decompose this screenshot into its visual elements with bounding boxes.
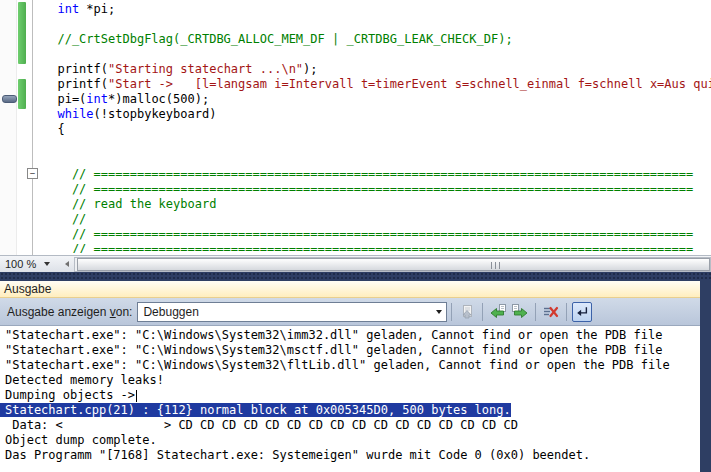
chevron-down-icon (44, 262, 50, 266)
output-line[interactable]: "Statechart.exe": "C:\Windows\System32\f… (0, 358, 700, 373)
code-line[interactable]: // read the keyboard (43, 197, 711, 212)
code-line[interactable]: while(!stopbykeyboard) (43, 107, 711, 122)
code-line[interactable] (43, 17, 711, 32)
code-line[interactable] (43, 152, 711, 167)
output-text-area[interactable]: "Statechart.exe": "C:\Windows\System32\i… (0, 326, 700, 472)
clear-all-icon (543, 304, 559, 320)
code-line[interactable]: int *pi; (43, 2, 711, 17)
code-line[interactable]: // (43, 212, 711, 227)
output-panel-title: Ausgabe (4, 282, 51, 296)
code-editor[interactable]: − int *pi; //_CrtSetDbgFlag(_CRTDBG_ALLO… (0, 0, 711, 255)
editor-zoom-dropdown[interactable]: 100 % (0, 256, 60, 272)
code-line[interactable]: printf("Start -> [l=langsam i=Intervall … (43, 77, 711, 92)
output-line[interactable]: "Statechart.exe": "C:\Windows\System32\m… (0, 343, 700, 358)
scroll-left-button[interactable] (60, 256, 74, 272)
dropdown-button[interactable] (431, 310, 446, 314)
output-source-dropdown[interactable]: Debuggen (137, 302, 447, 322)
code-line[interactable]: printf("Starting statechart ...\n"); (43, 62, 711, 77)
collapse-region-icon[interactable]: − (27, 168, 38, 179)
text-caret (136, 390, 137, 402)
toolbar-separator (451, 303, 452, 321)
code-line[interactable] (43, 47, 711, 62)
editor-zoom-value: 100 % (5, 258, 36, 270)
output-line[interactable]: Das Programm "[7168] Statechart.exe: Sys… (0, 448, 700, 463)
output-line[interactable]: Dumping objects -> (0, 388, 700, 403)
toggle-word-wrap-button[interactable] (572, 302, 592, 322)
output-panel-header: Ausgabe (0, 281, 700, 298)
toolbar-separator (535, 303, 536, 321)
code-line[interactable]: pi=(int*)malloc(500); (43, 92, 711, 107)
next-message-button[interactable] (510, 302, 530, 322)
code-line[interactable]: //_CrtSetDbgFlag(_CRTDBG_ALLOC_MEM_DF | … (43, 32, 711, 47)
code-line[interactable]: // =====================================… (43, 227, 711, 242)
chevron-down-icon (436, 310, 442, 314)
code-line[interactable]: // =====================================… (43, 167, 711, 182)
previous-message-button[interactable] (488, 302, 508, 322)
output-line[interactable]: "Statechart.exe": "C:\Windows\System32\i… (0, 328, 700, 343)
scrollbar-thumb[interactable] (77, 258, 710, 271)
editor-bottom-bar: 100 % (0, 255, 711, 272)
scrollbar-grip-icon (491, 262, 501, 269)
output-line[interactable]: Detected memory leaks! (0, 373, 700, 388)
code-line[interactable]: // =====================================… (43, 182, 711, 197)
code-lines[interactable]: int *pi; //_CrtSetDbgFlag(_CRTDBG_ALLOC_… (43, 2, 711, 253)
panel-splitter[interactable] (0, 272, 711, 281)
arrow-left-icon (65, 261, 69, 267)
output-line[interactable]: Object dump complete. (0, 433, 700, 448)
change-tracking-bar (18, 2, 26, 64)
output-source-value: Debuggen (138, 305, 431, 319)
clear-all-button[interactable] (541, 302, 561, 322)
toggle-word-wrap-icon (575, 305, 589, 319)
show-output-from-label: Ausgabe anzeigen von: (7, 305, 132, 319)
fold-margin-line (32, 0, 33, 255)
breakpoint-margin[interactable] (0, 0, 17, 255)
environment-edge-strip (700, 281, 711, 472)
next-message-icon (512, 304, 528, 320)
output-line-selected[interactable]: Statechart.cpp(21) : {112} normal block … (0, 403, 700, 418)
find-message-in-code-button[interactable] (457, 302, 477, 322)
output-tool-window: Ausgabe Ausgabe anzeigen von: Debuggen (0, 281, 711, 472)
code-line[interactable]: // =====================================… (43, 242, 711, 253)
toolbar-separator (482, 303, 483, 321)
gutter-dash-marker-icon[interactable] (2, 95, 17, 103)
code-line[interactable]: { (43, 122, 711, 137)
code-line[interactable] (43, 137, 711, 152)
previous-message-icon (490, 304, 506, 320)
output-line[interactable]: Data: < > CD CD CD CD CD CD CD CD CD CD … (0, 418, 700, 433)
toolbar-separator (566, 303, 567, 321)
find-message-in-code-icon (459, 304, 475, 320)
change-tracking-bar (18, 79, 26, 109)
horizontal-scrollbar[interactable] (74, 257, 711, 272)
output-toolbar: Ausgabe anzeigen von: Debuggen (0, 298, 700, 326)
